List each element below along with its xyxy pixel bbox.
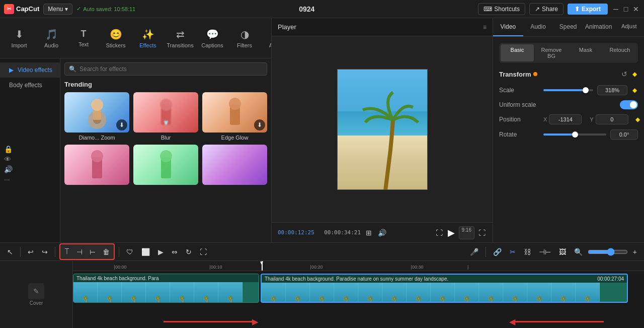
tab-video[interactable]: Video (493, 18, 523, 36)
tab-import[interactable]: ⬇ Import (4, 24, 34, 52)
shortcuts-button[interactable]: ⌨ Shortcuts (478, 3, 525, 15)
effect-item-edge-glow[interactable]: ⬇ Edge Glow (202, 92, 267, 141)
effects-main: 🔍 Trending (60, 58, 271, 242)
zoom-out-button[interactable]: 🔍 (571, 246, 586, 258)
zoom-slider[interactable] (588, 248, 628, 256)
player-canvas (272, 36, 493, 222)
split-head-button[interactable]: ⟙ (61, 245, 72, 258)
grid-view-button[interactable]: ⊞ (365, 228, 373, 238)
scale-value[interactable]: 318% (597, 85, 627, 95)
timeline-tracks-label: ✎ Cover 🔒 👁 🔊 ··· (0, 261, 73, 328)
play-clip-button[interactable]: ▶ (155, 246, 167, 258)
search-icon: 🔍 (69, 65, 76, 73)
sub-tab-basic[interactable]: Basic (501, 44, 534, 61)
tab-transitions[interactable]: ⇄ Transitions (165, 24, 195, 52)
tab-audio[interactable]: 🎵 Audio (36, 24, 66, 52)
app-name: CapCut (16, 5, 39, 13)
scale-slider-thumb[interactable] (583, 87, 589, 93)
svg-point-3 (91, 99, 103, 111)
split-end-button[interactable]: ⊢ (87, 246, 99, 258)
share-button[interactable]: ↗ Share (529, 3, 564, 15)
download-icon[interactable]: ⬇ (254, 119, 265, 130)
tab-adjust[interactable]: ⚙ Adjust (262, 24, 271, 52)
thumb-item: 🌴 (146, 282, 170, 303)
ratio-badge: 9:16 (459, 226, 474, 239)
rotate-clip-button[interactable]: ↻ (183, 246, 195, 258)
tab-captions[interactable]: 💬 Captions (197, 24, 227, 52)
split-clip-button[interactable]: ✂ (507, 246, 519, 258)
tab-audio[interactable]: Audio (523, 18, 553, 36)
export-button[interactable]: ⬆ Export (568, 4, 608, 15)
thumbnail-button[interactable]: 🖼 (556, 246, 569, 258)
effects-search[interactable]: 🔍 (64, 62, 267, 76)
scale-slider[interactable] (543, 89, 593, 91)
download-icon[interactable]: ⬇ (116, 119, 127, 130)
sidebar-item-video-effects[interactable]: ▶ Video effects (0, 62, 60, 78)
mic-button[interactable]: 🎤 (467, 246, 481, 258)
reset-button[interactable]: ↺ (620, 69, 628, 79)
player-menu-icon[interactable]: ≡ (483, 24, 487, 31)
effect-item-diamond-zoom[interactable]: ⬇ Diamo... Zoom (64, 92, 129, 141)
snap-button[interactable]: ⛶ (435, 226, 444, 239)
position-label: Position (499, 116, 539, 123)
select-tool-button[interactable]: ↖ (4, 246, 16, 258)
sub-tab-remove-bg[interactable]: Remove BG (535, 44, 568, 61)
scale-keyframe-button[interactable]: ◆ (631, 86, 638, 95)
menu-button[interactable]: Menu ▾ (43, 4, 72, 15)
effect-item-5[interactable] (133, 145, 198, 187)
clip-thumbnails-right: 🌴 🌴 🌴 🌴 🌴 🌴 🌴 🌴 🌴 🌴 🌴 🌴 🌴 🌴 (262, 283, 627, 303)
undo-button[interactable]: ↩ (25, 246, 37, 258)
tab-animation[interactable]: Animation (583, 18, 614, 36)
thumb-item: 🌴 (170, 282, 194, 303)
delete-segment-button[interactable]: 🗑 (100, 246, 113, 258)
split-start-button[interactable]: ⊣ (73, 246, 86, 258)
magnet-button[interactable]: 🔗 (490, 246, 505, 258)
thumb-item: 🌴 (262, 283, 286, 303)
link-button[interactable]: ⛓ (521, 246, 534, 258)
sub-tab-retouch[interactable]: Retouch (603, 44, 636, 61)
track-clip-left[interactable]: Thailand 4k beach background. Para 🌴 🌴 🌴… (73, 274, 259, 303)
tab-adjust[interactable]: Adjust (614, 18, 644, 36)
search-input[interactable] (79, 65, 263, 73)
fullscreen-button[interactable]: ⛶ (477, 226, 487, 239)
playhead[interactable] (262, 261, 263, 271)
track-clip-right[interactable]: Thailand 4k beach background. Paradise n… (261, 274, 628, 303)
maximize-button[interactable]: □ (622, 5, 630, 13)
effect-item-4[interactable] (64, 145, 129, 187)
rotate-value[interactable]: 0.0° (610, 129, 638, 140)
close-button[interactable]: ✕ (632, 5, 640, 13)
zoom-in-button[interactable]: + (630, 246, 640, 258)
timeline-scroll[interactable]: |00:00 |00:10 |00:20 |00:30 | Thailand 4… (73, 261, 644, 328)
pos-y-input[interactable]: 0 (596, 114, 628, 124)
crop-button[interactable]: ⬜ (138, 246, 153, 258)
timeline-track-area: Thailand 4k beach background. Para 🌴 🌴 🌴… (73, 271, 644, 328)
shield-button[interactable]: 🛡 (123, 246, 136, 258)
tab-text[interactable]: T Text (68, 25, 99, 51)
tab-filters[interactable]: ◑ Filters (229, 24, 260, 52)
rotate-slider[interactable] (543, 134, 606, 136)
auto-save-status: ✓ Auto saved: 10:58:11 (76, 6, 135, 12)
pos-x-input[interactable]: -1314 (549, 114, 582, 124)
uniform-scale-toggle[interactable] (620, 100, 638, 109)
play-button[interactable]: ▶ (447, 226, 456, 239)
clip-thumbnails-left: 🌴 🌴 🌴 🌴 🌴 🌴 🌴 (73, 282, 259, 303)
redo-button[interactable]: ↪ (39, 246, 51, 258)
effect-item-blur[interactable]: 👕 Blur (133, 92, 198, 141)
align-button[interactable]: ⊣⊢ (536, 246, 554, 258)
tab-effects[interactable]: ✨ Effects (133, 24, 163, 52)
effect-item-6[interactable] (202, 145, 267, 187)
mute-button[interactable]: 🔊 (377, 228, 387, 238)
position-keyframe-button[interactable]: ◆ (634, 115, 641, 124)
sub-tab-mask[interactable]: Mask (569, 44, 602, 61)
rotate-slider-thumb[interactable] (572, 132, 578, 138)
trim-arrow-left: ▶ (164, 317, 258, 326)
effects-content: ▶ Video effects Body effects 🔍 Trending (0, 58, 271, 242)
timeline-ruler: |00:00 |00:10 |00:20 |00:30 | (73, 261, 644, 271)
minimize-button[interactable]: ─ (612, 5, 620, 13)
keyframe-button[interactable]: ◆ (631, 69, 638, 79)
tab-stickers[interactable]: 😊 Stickers (101, 24, 131, 52)
sidebar-item-body-effects[interactable]: Body effects (0, 78, 60, 93)
mirror-button[interactable]: ⇔ (169, 246, 181, 258)
tab-speed[interactable]: Speed (553, 18, 583, 36)
crop-transform-button[interactable]: ⛶ (197, 246, 210, 258)
